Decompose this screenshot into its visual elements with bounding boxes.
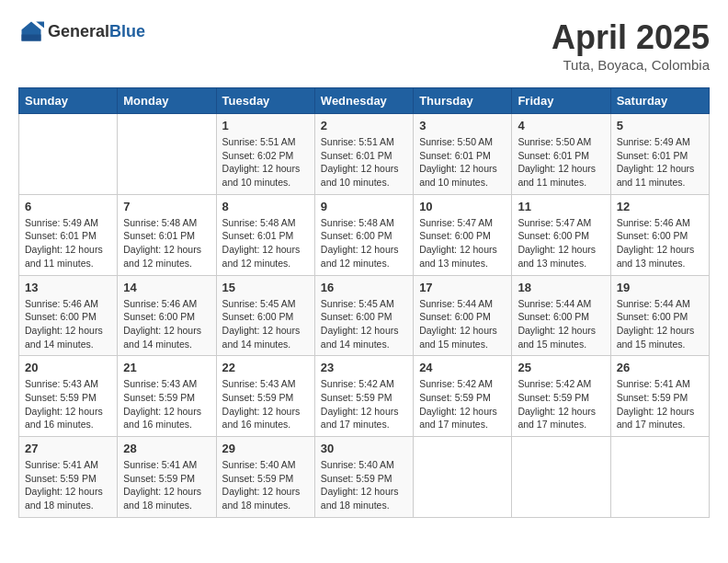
week-row-1: 1 Sunrise: 5:51 AM Sunset: 6:02 PM Dayli… bbox=[19, 114, 710, 195]
calendar-cell bbox=[414, 437, 512, 518]
day-info: Sunrise: 5:48 AM Sunset: 6:00 PM Dayligh… bbox=[321, 216, 407, 270]
week-row-4: 20 Sunrise: 5:43 AM Sunset: 5:59 PM Dayl… bbox=[19, 356, 710, 437]
calendar-cell: 25 Sunrise: 5:42 AM Sunset: 5:59 PM Dayl… bbox=[512, 356, 610, 437]
day-info: Sunrise: 5:48 AM Sunset: 6:01 PM Dayligh… bbox=[222, 216, 309, 270]
day-info: Sunrise: 5:46 AM Sunset: 6:00 PM Dayligh… bbox=[617, 216, 703, 270]
calendar-cell: 21 Sunrise: 5:43 AM Sunset: 5:59 PM Dayl… bbox=[118, 356, 216, 437]
day-info: Sunrise: 5:49 AM Sunset: 6:01 PM Dayligh… bbox=[25, 216, 111, 270]
day-header-friday: Friday bbox=[512, 88, 610, 114]
calendar-cell: 30 Sunrise: 5:40 AM Sunset: 5:59 PM Dayl… bbox=[314, 437, 413, 518]
day-info: Sunrise: 5:44 AM Sunset: 6:00 PM Dayligh… bbox=[617, 297, 703, 351]
calendar-cell: 14 Sunrise: 5:46 AM Sunset: 6:00 PM Dayl… bbox=[118, 275, 216, 356]
location-title: Tuta, Boyaca, Colombia bbox=[552, 57, 710, 73]
day-header-saturday: Saturday bbox=[610, 88, 709, 114]
day-number: 10 bbox=[419, 200, 506, 213]
day-number: 28 bbox=[123, 442, 210, 455]
calendar-cell: 13 Sunrise: 5:46 AM Sunset: 6:00 PM Dayl… bbox=[19, 275, 118, 356]
day-number: 24 bbox=[419, 361, 506, 374]
calendar-cell bbox=[118, 114, 216, 195]
day-info: Sunrise: 5:42 AM Sunset: 5:59 PM Dayligh… bbox=[518, 377, 604, 431]
calendar-cell: 15 Sunrise: 5:45 AM Sunset: 6:00 PM Dayl… bbox=[216, 275, 314, 356]
calendar-cell: 20 Sunrise: 5:43 AM Sunset: 5:59 PM Dayl… bbox=[19, 356, 118, 437]
day-info: Sunrise: 5:43 AM Sunset: 5:59 PM Dayligh… bbox=[123, 377, 210, 431]
logo-icon bbox=[18, 18, 44, 44]
calendar-table: SundayMondayTuesdayWednesdayThursdayFrid… bbox=[18, 87, 710, 518]
calendar-cell: 4 Sunrise: 5:50 AM Sunset: 6:01 PM Dayli… bbox=[512, 114, 610, 195]
day-number: 5 bbox=[617, 119, 703, 132]
day-number: 9 bbox=[321, 200, 407, 213]
title-block: April 2025 Tuta, Boyaca, Colombia bbox=[552, 18, 710, 73]
day-number: 30 bbox=[321, 442, 407, 455]
calendar-cell: 2 Sunrise: 5:51 AM Sunset: 6:01 PM Dayli… bbox=[314, 114, 413, 195]
day-info: Sunrise: 5:47 AM Sunset: 6:00 PM Dayligh… bbox=[518, 216, 604, 270]
day-info: Sunrise: 5:42 AM Sunset: 5:59 PM Dayligh… bbox=[321, 377, 407, 431]
day-header-sunday: Sunday bbox=[19, 88, 118, 114]
calendar-cell: 1 Sunrise: 5:51 AM Sunset: 6:02 PM Dayli… bbox=[216, 114, 314, 195]
day-info: Sunrise: 5:50 AM Sunset: 6:01 PM Dayligh… bbox=[518, 135, 604, 190]
day-info: Sunrise: 5:48 AM Sunset: 6:01 PM Dayligh… bbox=[123, 216, 210, 270]
day-number: 7 bbox=[123, 200, 210, 213]
calendar-cell: 8 Sunrise: 5:48 AM Sunset: 6:01 PM Dayli… bbox=[216, 194, 314, 275]
day-number: 20 bbox=[25, 361, 111, 374]
day-number: 16 bbox=[321, 281, 407, 294]
day-info: Sunrise: 5:43 AM Sunset: 5:59 PM Dayligh… bbox=[25, 377, 111, 431]
day-info: Sunrise: 5:45 AM Sunset: 6:00 PM Dayligh… bbox=[321, 297, 407, 351]
calendar-cell: 16 Sunrise: 5:45 AM Sunset: 6:00 PM Dayl… bbox=[314, 275, 413, 356]
calendar-cell bbox=[610, 437, 709, 518]
day-number: 25 bbox=[518, 361, 604, 374]
day-header-tuesday: Tuesday bbox=[216, 88, 314, 114]
day-number: 8 bbox=[222, 200, 309, 213]
day-info: Sunrise: 5:49 AM Sunset: 6:01 PM Dayligh… bbox=[617, 135, 703, 190]
calendar-cell: 12 Sunrise: 5:46 AM Sunset: 6:00 PM Dayl… bbox=[610, 194, 709, 275]
calendar-cell: 9 Sunrise: 5:48 AM Sunset: 6:00 PM Dayli… bbox=[314, 194, 413, 275]
day-header-wednesday: Wednesday bbox=[314, 88, 413, 114]
calendar-cell: 6 Sunrise: 5:49 AM Sunset: 6:01 PM Dayli… bbox=[19, 194, 118, 275]
day-number: 27 bbox=[25, 442, 111, 455]
day-number: 11 bbox=[518, 200, 604, 213]
day-number: 2 bbox=[321, 119, 407, 132]
day-info: Sunrise: 5:44 AM Sunset: 6:00 PM Dayligh… bbox=[419, 297, 506, 351]
calendar-cell: 29 Sunrise: 5:40 AM Sunset: 5:59 PM Dayl… bbox=[216, 437, 314, 518]
calendar-cell: 26 Sunrise: 5:41 AM Sunset: 5:59 PM Dayl… bbox=[610, 356, 709, 437]
month-title: April 2025 bbox=[552, 18, 710, 57]
calendar-header-row: SundayMondayTuesdayWednesdayThursdayFrid… bbox=[19, 88, 710, 114]
day-info: Sunrise: 5:46 AM Sunset: 6:00 PM Dayligh… bbox=[25, 297, 111, 351]
logo-blue: Blue bbox=[109, 22, 145, 40]
calendar-cell: 24 Sunrise: 5:42 AM Sunset: 5:59 PM Dayl… bbox=[414, 356, 512, 437]
day-info: Sunrise: 5:41 AM Sunset: 5:59 PM Dayligh… bbox=[617, 377, 703, 431]
day-info: Sunrise: 5:50 AM Sunset: 6:01 PM Dayligh… bbox=[419, 135, 506, 190]
day-info: Sunrise: 5:41 AM Sunset: 5:59 PM Dayligh… bbox=[25, 458, 111, 512]
day-number: 29 bbox=[222, 442, 309, 455]
day-number: 17 bbox=[419, 281, 506, 294]
day-number: 26 bbox=[617, 361, 703, 374]
day-info: Sunrise: 5:46 AM Sunset: 6:00 PM Dayligh… bbox=[123, 297, 210, 351]
day-info: Sunrise: 5:41 AM Sunset: 5:59 PM Dayligh… bbox=[123, 458, 210, 512]
day-number: 18 bbox=[518, 281, 604, 294]
day-header-monday: Monday bbox=[118, 88, 216, 114]
calendar-cell: 19 Sunrise: 5:44 AM Sunset: 6:00 PM Dayl… bbox=[610, 275, 709, 356]
day-info: Sunrise: 5:51 AM Sunset: 6:01 PM Dayligh… bbox=[321, 135, 407, 190]
logo-text: GeneralBlue bbox=[48, 22, 145, 41]
day-number: 13 bbox=[25, 281, 111, 294]
calendar-cell: 3 Sunrise: 5:50 AM Sunset: 6:01 PM Dayli… bbox=[414, 114, 512, 195]
day-info: Sunrise: 5:42 AM Sunset: 5:59 PM Dayligh… bbox=[419, 377, 506, 431]
day-number: 6 bbox=[25, 200, 111, 213]
day-number: 21 bbox=[123, 361, 210, 374]
calendar-cell: 17 Sunrise: 5:44 AM Sunset: 6:00 PM Dayl… bbox=[414, 275, 512, 356]
svg-rect-2 bbox=[22, 35, 41, 41]
day-info: Sunrise: 5:40 AM Sunset: 5:59 PM Dayligh… bbox=[222, 458, 309, 512]
day-number: 22 bbox=[222, 361, 309, 374]
page-header: GeneralBlue April 2025 Tuta, Boyaca, Col… bbox=[18, 18, 710, 73]
calendar-cell: 18 Sunrise: 5:44 AM Sunset: 6:00 PM Dayl… bbox=[512, 275, 610, 356]
day-number: 19 bbox=[617, 281, 703, 294]
day-info: Sunrise: 5:40 AM Sunset: 5:59 PM Dayligh… bbox=[321, 458, 407, 512]
day-info: Sunrise: 5:43 AM Sunset: 5:59 PM Dayligh… bbox=[222, 377, 309, 431]
day-number: 12 bbox=[617, 200, 703, 213]
week-row-3: 13 Sunrise: 5:46 AM Sunset: 6:00 PM Dayl… bbox=[19, 275, 710, 356]
day-info: Sunrise: 5:45 AM Sunset: 6:00 PM Dayligh… bbox=[222, 297, 309, 351]
day-number: 1 bbox=[222, 119, 309, 132]
calendar-cell bbox=[19, 114, 118, 195]
calendar-cell: 27 Sunrise: 5:41 AM Sunset: 5:59 PM Dayl… bbox=[19, 437, 118, 518]
week-row-5: 27 Sunrise: 5:41 AM Sunset: 5:59 PM Dayl… bbox=[19, 437, 710, 518]
calendar-cell: 7 Sunrise: 5:48 AM Sunset: 6:01 PM Dayli… bbox=[118, 194, 216, 275]
